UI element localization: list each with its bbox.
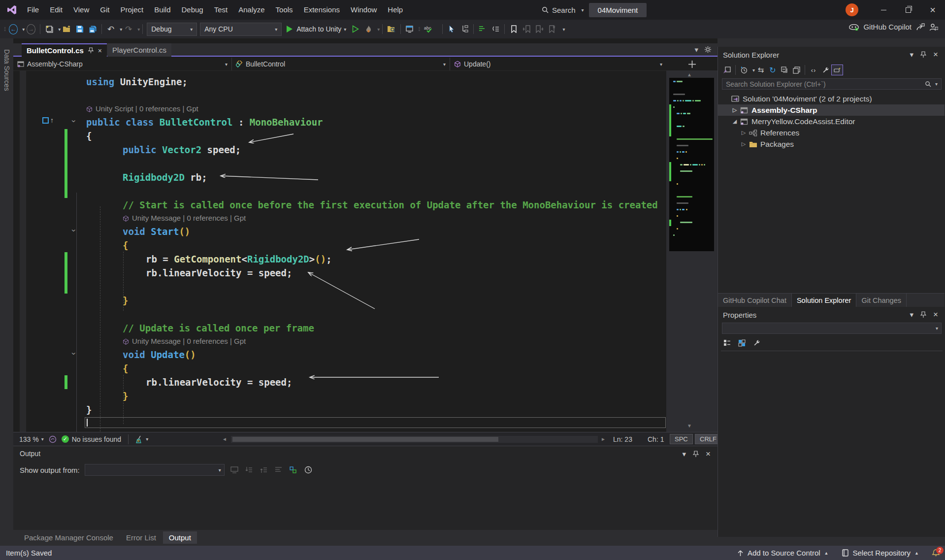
save-all-icon[interactable] bbox=[88, 25, 97, 33]
goto-previous-message-icon[interactable] bbox=[244, 465, 254, 475]
attach-to-unity-button[interactable]: Attach to Unity ▾ bbox=[286, 25, 346, 33]
cleanup-dropdown-icon[interactable]: ▾ bbox=[146, 436, 148, 442]
find-message-icon[interactable] bbox=[229, 465, 239, 475]
codelens-line[interactable]: Unity Message | 0 references | Gpt bbox=[13, 335, 666, 348]
tab-list-dropdown-icon[interactable]: ▾ bbox=[694, 45, 698, 54]
solution-explorer-title[interactable]: Solution Explorer bbox=[723, 51, 779, 59]
menu-analyze[interactable]: Analyze bbox=[233, 0, 270, 20]
close-button[interactable]: × bbox=[920, 0, 945, 20]
code-line[interactable] bbox=[13, 89, 666, 102]
panel-tab-solution-explorer[interactable]: Solution Explorer bbox=[792, 294, 856, 307]
navigate-forward-icon[interactable]: → bbox=[27, 25, 35, 33]
hot-reload-icon[interactable] bbox=[364, 25, 373, 33]
close-icon[interactable]: × bbox=[98, 47, 102, 55]
toggle-bookmark-icon[interactable] bbox=[509, 25, 518, 33]
redo-dropdown-icon[interactable]: ▾ bbox=[137, 27, 140, 32]
menu-project[interactable]: Project bbox=[115, 0, 149, 20]
share-icon[interactable] bbox=[916, 23, 925, 31]
undo-icon[interactable]: ↶ bbox=[106, 25, 115, 33]
property-pages-wrench-icon[interactable] bbox=[750, 337, 762, 348]
menu-view[interactable]: View bbox=[68, 0, 95, 20]
alphabetical-icon[interactable] bbox=[736, 337, 748, 348]
toolbar-grip[interactable]: ⁞⁞ bbox=[418, 26, 419, 32]
menu-edit[interactable]: Edit bbox=[44, 0, 68, 20]
scroll-down-icon[interactable]: ▼ bbox=[687, 423, 692, 428]
code-line[interactable] bbox=[13, 157, 666, 170]
properties-wrench-icon[interactable] bbox=[819, 65, 831, 75]
panel-tab-git-changes[interactable]: Git Changes bbox=[856, 294, 907, 307]
code-line[interactable]: // Update is called once per frame bbox=[13, 321, 666, 335]
open-file-icon[interactable] bbox=[63, 25, 71, 33]
breadcrumb-member[interactable]: Update() ▾ bbox=[450, 58, 666, 70]
view-code-icon[interactable]: ‹› bbox=[808, 65, 819, 75]
collapse-all-icon[interactable] bbox=[779, 65, 790, 75]
close-icon[interactable]: × bbox=[706, 449, 711, 459]
code-line[interactable]: ›void Start() bbox=[13, 225, 666, 238]
code-line[interactable]: { bbox=[13, 362, 666, 375]
split-editor-icon[interactable] bbox=[688, 61, 696, 68]
tree-item-merryyellow-codeassist-editor[interactable]: ◢#MerryYellow.CodeAssist.Editor bbox=[718, 116, 945, 127]
pending-changes-filter-icon[interactable] bbox=[738, 65, 750, 75]
close-icon[interactable]: × bbox=[933, 50, 938, 60]
output-panel-title[interactable]: Output bbox=[20, 450, 40, 458]
spell-check-icon[interactable]: abc bbox=[423, 25, 438, 33]
solution-configurations-combo[interactable]: Debug▾ bbox=[147, 23, 197, 36]
panel-tab-github-copilot-chat[interactable]: GitHub Copilot Chat bbox=[718, 294, 792, 307]
zoom-dropdown-icon[interactable]: ▾ bbox=[41, 436, 44, 442]
tab-playercontrol-cs[interactable]: PlayerControl.cs bbox=[107, 43, 171, 57]
breadcrumb-type[interactable]: BulletControl ▾ bbox=[232, 58, 450, 70]
menu-tools[interactable]: Tools bbox=[270, 0, 298, 20]
bottom-tab-error-list[interactable]: Error List bbox=[120, 531, 162, 544]
search-box[interactable]: Search ▾ bbox=[542, 6, 584, 14]
code-line[interactable]: rb.linearVelocity = speed; bbox=[13, 266, 666, 280]
panel-dropdown-icon[interactable]: ▾ bbox=[910, 310, 914, 319]
navigate-backward-icon[interactable]: ← bbox=[9, 25, 18, 33]
data-sources-side-tab[interactable]: Data Sources bbox=[0, 38, 13, 446]
find-in-files-icon[interactable] bbox=[387, 25, 396, 33]
redo-icon[interactable]: ↷ bbox=[124, 25, 133, 33]
search-icon[interactable] bbox=[925, 81, 931, 87]
select-repository-button[interactable]: Select Repository ▲ bbox=[842, 549, 919, 557]
horizontal-scrollbar[interactable] bbox=[231, 436, 598, 443]
scroll-up-icon[interactable]: ▲ bbox=[687, 72, 692, 77]
toolbar-overflow-icon[interactable]: ▾ bbox=[562, 27, 565, 32]
restore-button[interactable] bbox=[896, 0, 920, 20]
cursor-line[interactable] bbox=[13, 417, 666, 430]
new-window-query-icon[interactable] bbox=[405, 25, 414, 33]
selection-mode-icon[interactable] bbox=[447, 25, 456, 33]
previous-bookmark-icon[interactable] bbox=[522, 25, 531, 33]
search-options-dropdown-icon[interactable]: ▾ bbox=[935, 81, 938, 87]
feedback-person-icon[interactable] bbox=[929, 23, 938, 31]
new-project-icon[interactable] bbox=[45, 25, 54, 33]
copilot-label[interactable]: GitHub Copilot bbox=[863, 23, 912, 31]
minimap-column[interactable]: ▲ ▼ bbox=[666, 70, 717, 432]
timestamp-clock-icon[interactable] bbox=[303, 465, 313, 475]
code-line[interactable]: { bbox=[13, 129, 666, 143]
code-line[interactable]: } bbox=[13, 403, 666, 417]
column-indicator[interactable]: Ch: 1 bbox=[648, 435, 664, 443]
code-line[interactable] bbox=[13, 280, 666, 294]
properties-title[interactable]: Properties bbox=[723, 311, 756, 319]
panel-dropdown-icon[interactable]: ▾ bbox=[683, 450, 686, 459]
breadcrumb-project[interactable]: Assembly-CSharp ▾ bbox=[13, 58, 232, 70]
code-editor[interactable]: using UnityEngine;Unity Script | 0 refer… bbox=[13, 70, 666, 432]
tree-item-solution-04moviment-2-of-2-projects[interactable]: Solution '04Moviment' (2 of 2 projects) bbox=[718, 93, 945, 104]
pin-icon[interactable] bbox=[920, 311, 926, 318]
preview-selected-items-icon[interactable] bbox=[831, 65, 843, 75]
code-line[interactable]: rb.linearVelocity = speed; bbox=[13, 375, 666, 389]
properties-object-combo[interactable]: ▾ bbox=[722, 323, 942, 334]
tree-collapsed-icon[interactable]: ▷ bbox=[740, 130, 748, 136]
switch-views-icon[interactable] bbox=[721, 65, 733, 75]
zoom-level-combo[interactable]: 133 % bbox=[19, 435, 39, 443]
solution-platforms-combo[interactable]: Any CPU▾ bbox=[200, 23, 282, 36]
comment-selection-icon[interactable] bbox=[491, 25, 500, 33]
panel-dropdown-icon[interactable]: ▾ bbox=[910, 50, 914, 59]
navigate-backward-dropdown-icon[interactable]: ▾ bbox=[22, 27, 25, 32]
bottom-tab-package-manager-console[interactable]: Package Manager Console bbox=[18, 531, 119, 544]
tree-collapsed-icon[interactable]: ▷ bbox=[731, 107, 739, 113]
tree-expanded-icon[interactable]: ◢ bbox=[731, 118, 739, 125]
save-icon[interactable] bbox=[75, 25, 84, 33]
clear-bookmarks-icon[interactable] bbox=[548, 25, 556, 33]
close-icon[interactable]: × bbox=[933, 310, 938, 320]
next-bookmark-icon[interactable] bbox=[535, 25, 544, 33]
